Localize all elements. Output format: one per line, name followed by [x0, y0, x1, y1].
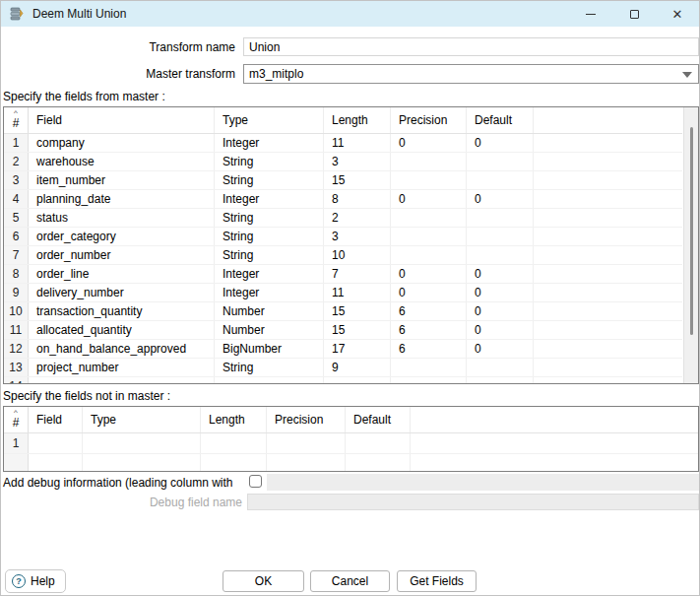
column-header-precision[interactable]: Precision — [391, 107, 467, 133]
field-cell[interactable]: status — [29, 209, 215, 227]
table-row[interactable]: 7 order_number String 10 — [4, 246, 682, 265]
length-cell[interactable]: 8 — [324, 190, 391, 208]
precision-cell[interactable] — [391, 153, 467, 170]
row-number-cell[interactable]: 5 — [4, 209, 29, 227]
type-cell[interactable]: BigNumber — [215, 340, 324, 358]
length-cell[interactable]: 3 — [324, 228, 391, 245]
default-cell[interactable]: 0 — [467, 190, 534, 208]
default-cell[interactable] — [467, 377, 534, 383]
row-number-cell[interactable]: 4 — [4, 190, 29, 208]
table-row[interactable]: 12 on_hand_balance_approved BigNumber 17… — [4, 340, 682, 359]
field-cell[interactable]: transaction_quantity — [29, 302, 215, 320]
row-number-cell[interactable]: 8 — [4, 265, 29, 283]
precision-cell[interactable] — [391, 209, 467, 227]
row-number-cell[interactable]: 9 — [4, 284, 29, 301]
table-row[interactable]: 11 allocated_quantity Number 15 6 0 — [4, 321, 682, 340]
table-row[interactable]: 4 planning_date Integer 8 0 0 — [4, 190, 682, 209]
transform-name-input[interactable] — [243, 37, 699, 56]
ok-button[interactable]: OK — [223, 570, 304, 592]
table-row[interactable]: 10 transaction_quantity Number 15 6 0 — [4, 302, 682, 321]
length-cell[interactable]: 9 — [324, 359, 391, 376]
default-cell[interactable]: 0 — [467, 321, 534, 339]
table-row[interactable]: 13 project_number String 9 — [4, 359, 682, 377]
precision-cell[interactable]: 0 — [391, 134, 467, 152]
precision-cell[interactable] — [267, 454, 346, 471]
column-header-num[interactable]: ^ # — [4, 407, 29, 432]
column-header-type[interactable]: Type — [83, 407, 201, 432]
length-cell[interactable]: 11 — [324, 134, 391, 152]
default-cell[interactable]: 0 — [467, 265, 534, 283]
field-cell[interactable] — [29, 433, 83, 453]
precision-cell[interactable] — [391, 246, 467, 264]
table-row[interactable]: 9 delivery_number Integer 11 0 0 — [4, 284, 682, 302]
cancel-button[interactable]: Cancel — [310, 570, 390, 592]
row-number-cell[interactable]: 1 — [4, 134, 29, 152]
vertical-scrollbar[interactable] — [683, 107, 698, 383]
default-cell[interactable] — [467, 359, 534, 376]
length-cell[interactable]: 3 — [324, 153, 391, 170]
minimize-button[interactable] — [569, 1, 612, 27]
row-number-cell[interactable]: 10 — [4, 302, 29, 320]
row-number-cell[interactable]: 11 — [4, 321, 29, 339]
precision-cell[interactable] — [391, 377, 467, 383]
type-cell[interactable]: String — [215, 171, 324, 189]
length-cell[interactable] — [324, 377, 391, 383]
length-cell[interactable]: 15 — [324, 321, 391, 339]
precision-cell[interactable]: 0 — [391, 190, 467, 208]
debug-checkbox[interactable] — [249, 475, 262, 488]
table-row[interactable]: 14 — [4, 377, 682, 383]
precision-cell[interactable]: 6 — [391, 302, 467, 320]
default-cell[interactable] — [467, 153, 534, 170]
table-row[interactable]: 1 company Integer 11 0 0 — [4, 134, 682, 153]
row-number-cell[interactable]: 7 — [4, 246, 29, 264]
type-cell[interactable]: Integer — [215, 190, 324, 208]
type-cell[interactable] — [83, 454, 201, 471]
row-number-cell[interactable]: 12 — [4, 340, 29, 358]
table-row[interactable]: 3 item_number String 15 — [4, 171, 682, 190]
default-cell[interactable] — [467, 246, 534, 264]
type-cell[interactable]: Number — [215, 302, 324, 320]
field-cell[interactable]: company — [29, 134, 215, 152]
row-number-cell[interactable] — [4, 454, 29, 471]
table-row[interactable]: 2 warehouse String 3 — [4, 153, 682, 171]
length-cell[interactable]: 15 — [324, 171, 391, 189]
type-cell[interactable]: String — [215, 153, 324, 170]
row-number-cell[interactable]: 3 — [4, 171, 29, 189]
precision-cell[interactable] — [391, 171, 467, 189]
close-button[interactable]: ✕ — [656, 1, 699, 27]
precision-cell[interactable] — [267, 433, 346, 453]
type-cell[interactable] — [215, 377, 324, 383]
default-cell[interactable] — [467, 228, 534, 245]
length-cell[interactable]: 15 — [324, 302, 391, 320]
precision-cell[interactable] — [391, 228, 467, 245]
default-cell[interactable] — [467, 171, 534, 189]
row-number-cell[interactable]: 6 — [4, 228, 29, 245]
default-cell[interactable] — [467, 209, 534, 227]
column-header-default[interactable]: Default — [467, 107, 534, 133]
precision-cell[interactable]: 0 — [391, 265, 467, 283]
table-row[interactable]: 6 order_category String 3 — [4, 228, 682, 246]
type-cell[interactable]: Number — [215, 321, 324, 339]
length-cell[interactable] — [201, 433, 267, 453]
default-cell[interactable]: 0 — [467, 284, 534, 301]
master-transform-select[interactable]: m3_mitplo — [243, 64, 699, 84]
row-number-cell[interactable]: 2 — [4, 153, 29, 170]
field-cell[interactable]: delivery_number — [29, 284, 215, 301]
type-cell[interactable]: String — [215, 228, 324, 245]
length-cell[interactable]: 17 — [324, 340, 391, 358]
type-cell[interactable]: String — [215, 359, 324, 376]
field-cell[interactable]: order_category — [29, 228, 215, 245]
maximize-button[interactable] — [612, 1, 656, 27]
default-cell[interactable]: 0 — [467, 302, 534, 320]
table-row[interactable]: 5 status String 2 — [4, 209, 682, 228]
type-cell[interactable] — [83, 433, 201, 453]
field-cell[interactable]: order_number — [29, 246, 215, 264]
row-number-cell[interactable]: 1 — [4, 433, 29, 453]
field-cell[interactable]: item_number — [29, 171, 215, 189]
precision-cell[interactable]: 6 — [391, 340, 467, 358]
default-cell[interactable]: 0 — [467, 340, 534, 358]
field-cell[interactable]: order_line — [29, 265, 215, 283]
type-cell[interactable]: Integer — [215, 134, 324, 152]
length-cell[interactable]: 10 — [324, 246, 391, 264]
default-cell[interactable]: 0 — [467, 134, 534, 152]
